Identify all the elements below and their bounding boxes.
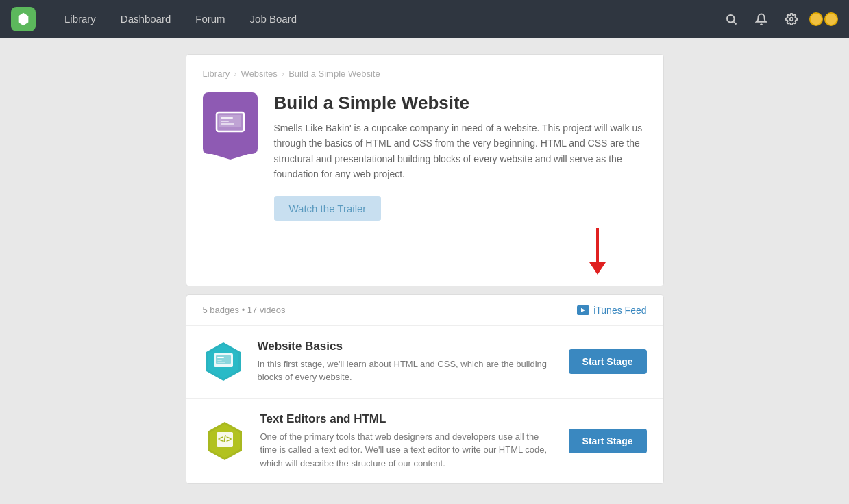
settings-button[interactable] <box>779 7 804 32</box>
itunes-label: iTunes Feed <box>593 305 646 316</box>
svg-text:</>: </> <box>217 433 231 444</box>
user-coins <box>809 12 838 26</box>
itunes-feed-link[interactable]: iTunes Feed <box>577 305 646 316</box>
stage-item-2: </> Text Editors and HTML One of the pri… <box>186 399 663 484</box>
videos-count: 17 videos <box>247 305 286 315</box>
course-header-card: Library › Websites › Build a Simple Webs… <box>186 54 664 286</box>
search-button[interactable] <box>719 7 743 32</box>
stage-2-icon: </> <box>203 419 247 463</box>
start-stage-2-button[interactable]: Start Stage <box>569 429 647 453</box>
navbar: Library Dashboard Forum Job Board <box>0 0 849 38</box>
stage-1-title: Website Basics <box>258 340 555 353</box>
stage-1-desc: In this first stage, we'll learn about H… <box>258 357 555 384</box>
svg-rect-15 <box>217 362 225 363</box>
stage-item-1: Website Basics In this first stage, we'l… <box>186 326 663 399</box>
arrow-head <box>589 262 606 275</box>
breadcrumb-sep-1: › <box>234 68 236 79</box>
nav-library[interactable]: Library <box>52 0 108 38</box>
breadcrumb-sep-2: › <box>282 68 284 79</box>
coin-1 <box>809 12 823 26</box>
nav-forum[interactable]: Forum <box>183 0 237 38</box>
arrow-line <box>596 228 599 262</box>
course-title: Build a Simple Website <box>274 92 647 114</box>
watch-trailer-button[interactable]: Watch the Trailer <box>274 196 382 221</box>
course-description: Smells Like Bakin' is a cupcake company … <box>274 121 647 182</box>
breadcrumb-library[interactable]: Library <box>203 68 230 79</box>
stages-section: 5 badges • 17 videos iTunes Feed <box>186 294 664 485</box>
stage-2-info: Text Editors and HTML One of the primary… <box>260 412 555 470</box>
coin-2 <box>824 12 838 26</box>
svg-rect-14 <box>217 360 222 361</box>
page-content: Library › Websites › Build a Simple Webs… <box>175 54 675 484</box>
logo[interactable] <box>11 7 36 32</box>
nav-job-board[interactable]: Job Board <box>238 0 309 38</box>
stage-2-desc: One of the primary tools that web design… <box>260 430 555 470</box>
nav-dashboard[interactable]: Dashboard <box>108 0 183 38</box>
stage-2-title: Text Editors and HTML <box>260 412 555 426</box>
badges-videos-info: 5 badges • 17 videos <box>203 305 286 315</box>
svg-point-0 <box>727 15 735 23</box>
svg-line-1 <box>733 21 736 24</box>
stage-1-icon <box>203 341 244 382</box>
nav-actions <box>719 7 838 32</box>
svg-rect-7 <box>221 121 229 122</box>
svg-rect-13 <box>217 357 224 358</box>
course-info-row: Build a Simple Website Smells Like Bakin… <box>203 92 647 221</box>
course-text: Build a Simple Website Smells Like Bakin… <box>274 92 647 221</box>
stages-header: 5 badges • 17 videos iTunes Feed <box>186 295 663 326</box>
arrow-annotation <box>203 221 647 275</box>
breadcrumb: Library › Websites › Build a Simple Webs… <box>203 68 647 79</box>
svg-rect-6 <box>221 117 233 119</box>
red-arrow <box>589 228 606 275</box>
itunes-icon <box>577 305 589 315</box>
breadcrumb-current: Build a Simple Website <box>288 68 380 79</box>
stage-1-info: Website Basics In this first stage, we'l… <box>258 340 555 384</box>
badges-count: 5 badges <box>203 305 240 315</box>
course-icon <box>203 92 258 154</box>
breadcrumb-websites[interactable]: Websites <box>241 68 278 79</box>
nav-links: Library Dashboard Forum Job Board <box>52 0 719 38</box>
meta-separator: • <box>242 305 245 315</box>
notifications-button[interactable] <box>749 7 774 32</box>
start-stage-1-button[interactable]: Start Stage <box>569 349 647 374</box>
svg-rect-8 <box>221 123 234 125</box>
svg-point-2 <box>790 17 793 21</box>
